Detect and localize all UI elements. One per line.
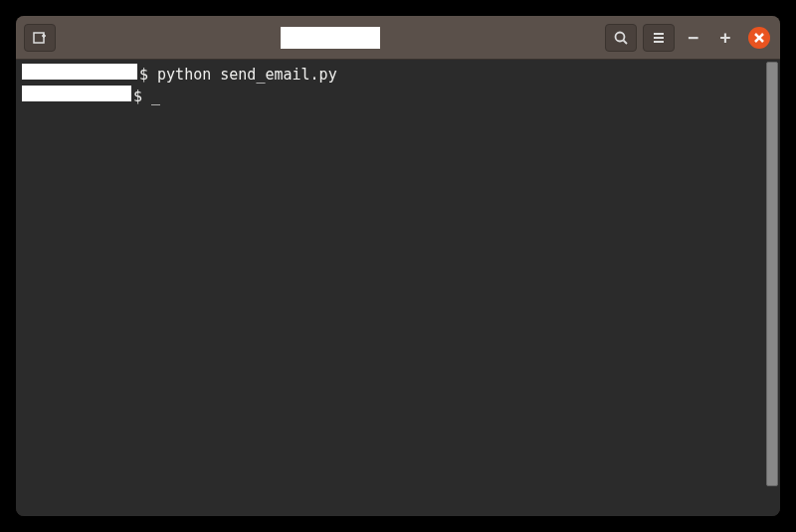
hamburger-icon — [651, 30, 667, 46]
maximize-icon: + — [720, 27, 731, 48]
terminal-content[interactable]: $ python send_email.py $ _ — [16, 60, 766, 516]
terminal-body[interactable]: $ python send_email.py $ _ — [16, 60, 780, 516]
svg-line-4 — [624, 40, 628, 44]
prompt-symbol: $ — [139, 66, 148, 86]
close-button[interactable] — [748, 27, 770, 49]
redacted-hostname — [22, 86, 131, 101]
new-tab-button[interactable] — [24, 24, 56, 52]
search-button[interactable] — [605, 24, 637, 52]
maximize-button[interactable]: + — [712, 25, 738, 51]
svg-rect-0 — [34, 33, 44, 43]
command-text: python send_email.py — [157, 66, 337, 86]
minimize-icon: − — [689, 27, 699, 48]
minimize-button[interactable]: − — [681, 25, 706, 51]
terminal-line: $ _ — [22, 86, 760, 107]
new-tab-icon — [32, 30, 48, 46]
terminal-window: − + $ python send_email.py $ _ — [16, 16, 780, 516]
command-text — [148, 66, 157, 86]
svg-point-3 — [616, 32, 625, 41]
prompt-symbol: $ — [133, 88, 142, 107]
titlebar: − + — [16, 16, 780, 60]
title-field — [281, 27, 380, 49]
search-icon — [613, 30, 629, 46]
terminal-line: $ python send_email.py — [22, 64, 760, 86]
close-icon — [754, 33, 764, 43]
cursor: _ — [151, 88, 160, 107]
redacted-hostname — [22, 64, 137, 80]
menu-button[interactable] — [643, 24, 675, 52]
scrollbar[interactable] — [766, 62, 778, 486]
cursor — [142, 88, 151, 107]
